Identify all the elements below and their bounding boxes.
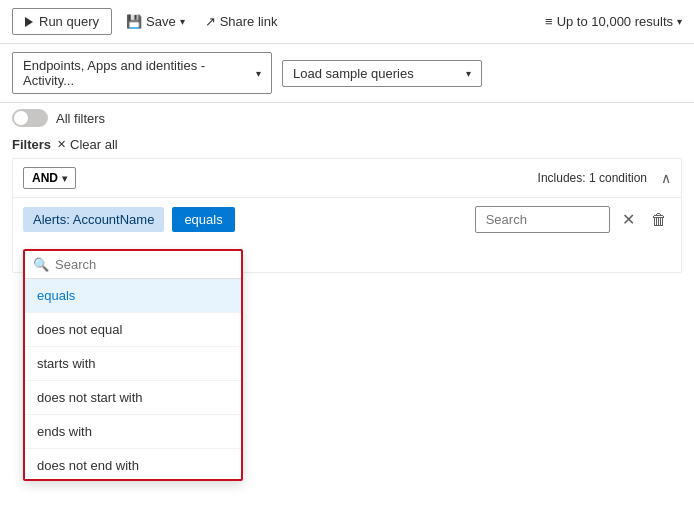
clear-all-label: Clear all <box>70 137 118 152</box>
filter-value-input[interactable] <box>475 206 610 233</box>
dropdown-search-icon: 🔍 <box>33 257 49 272</box>
save-icon: 💾 <box>126 14 142 29</box>
share-icon: ↗ <box>205 14 216 29</box>
operator-button[interactable]: equals <box>172 207 234 232</box>
source-chevron-icon: ▾ <box>256 68 261 79</box>
dropdown-item-ends-with-label: ends with <box>37 424 92 439</box>
dropdown-item-does-not-start-with[interactable]: does not start with <box>25 381 241 415</box>
filter-group-header: AND ▾ Includes: 1 condition ∧ <box>13 159 681 198</box>
filter-row: Alerts: AccountName equals 🔍 equals does… <box>13 198 681 241</box>
results-chevron-icon: ▾ <box>677 16 682 27</box>
filter-group: AND ▾ Includes: 1 condition ∧ Alerts: Ac… <box>12 158 682 273</box>
dropdowns-row: Endpoints, Apps and identities - Activit… <box>0 44 694 103</box>
all-filters-toggle[interactable] <box>12 109 48 127</box>
filter-delete-button[interactable]: 🗑 <box>647 209 671 231</box>
dropdown-item-ends-with[interactable]: ends with <box>25 415 241 449</box>
clear-all-button[interactable]: ✕ Clear all <box>57 137 118 152</box>
dropdown-item-starts-with[interactable]: starts with <box>25 347 241 381</box>
query-dropdown[interactable]: Load sample queries ▾ <box>282 60 482 87</box>
all-filters-row: All filters <box>0 103 694 133</box>
source-dropdown[interactable]: Endpoints, Apps and identities - Activit… <box>12 52 272 94</box>
filters-header-label: Filters <box>12 137 51 152</box>
results-label: Up to 10,000 results <box>557 14 673 29</box>
results-icon: ≡ <box>545 14 553 29</box>
run-query-label: Run query <box>39 14 99 29</box>
dropdown-search-input[interactable] <box>55 257 233 272</box>
and-chevron-icon: ▾ <box>62 173 67 184</box>
dropdown-item-equals[interactable]: equals <box>25 279 241 313</box>
run-query-button[interactable]: Run query <box>12 8 112 35</box>
filter-close-icon: ✕ <box>622 210 635 229</box>
play-icon <box>25 17 33 27</box>
dropdown-item-does-not-equal[interactable]: does not equal <box>25 313 241 347</box>
query-chevron-icon: ▾ <box>466 68 471 79</box>
all-filters-label: All filters <box>56 111 105 126</box>
dropdown-item-does-not-end-with-label: does not end with <box>37 458 139 473</box>
dropdown-item-does-not-equal-label: does not equal <box>37 322 122 337</box>
toolbar: Run query 💾 Save ▾ ↗ Share link ≡ Up to … <box>0 0 694 44</box>
x-icon: ✕ <box>57 138 66 151</box>
dropdown-search-box: 🔍 <box>25 251 241 279</box>
source-dropdown-value: Endpoints, Apps and identities - Activit… <box>23 58 248 88</box>
save-button[interactable]: 💾 Save ▾ <box>120 10 191 33</box>
dropdown-item-does-not-end-with[interactable]: does not end with <box>25 449 241 479</box>
filter-close-button[interactable]: ✕ <box>618 208 639 231</box>
save-label: Save <box>146 14 176 29</box>
dropdown-item-starts-with-label: starts with <box>37 356 96 371</box>
share-link-button[interactable]: ↗ Share link <box>199 10 284 33</box>
operator-dropdown: 🔍 equals does not equal starts with does… <box>23 249 243 481</box>
dropdown-item-does-not-start-with-label: does not start with <box>37 390 143 405</box>
filter-field: Alerts: AccountName <box>23 207 164 232</box>
share-link-label: Share link <box>220 14 278 29</box>
and-button[interactable]: AND ▾ <box>23 167 76 189</box>
filter-row-inner: Alerts: AccountName equals 🔍 equals does… <box>23 207 235 232</box>
save-chevron-icon: ▾ <box>180 16 185 27</box>
operator-label: equals <box>184 212 222 227</box>
collapse-icon[interactable]: ∧ <box>661 170 671 186</box>
filter-delete-icon: 🗑 <box>651 211 667 229</box>
filters-header: Filters ✕ Clear all <box>0 133 694 158</box>
includes-label: Includes: 1 condition <box>538 171 647 185</box>
and-label: AND <box>32 171 58 185</box>
dropdown-item-equals-label: equals <box>37 288 75 303</box>
query-dropdown-value: Load sample queries <box>293 66 414 81</box>
filter-field-label: Alerts: AccountName <box>33 212 154 227</box>
dropdown-list: equals does not equal starts with does n… <box>25 279 241 479</box>
results-info: ≡ Up to 10,000 results ▾ <box>545 14 682 29</box>
